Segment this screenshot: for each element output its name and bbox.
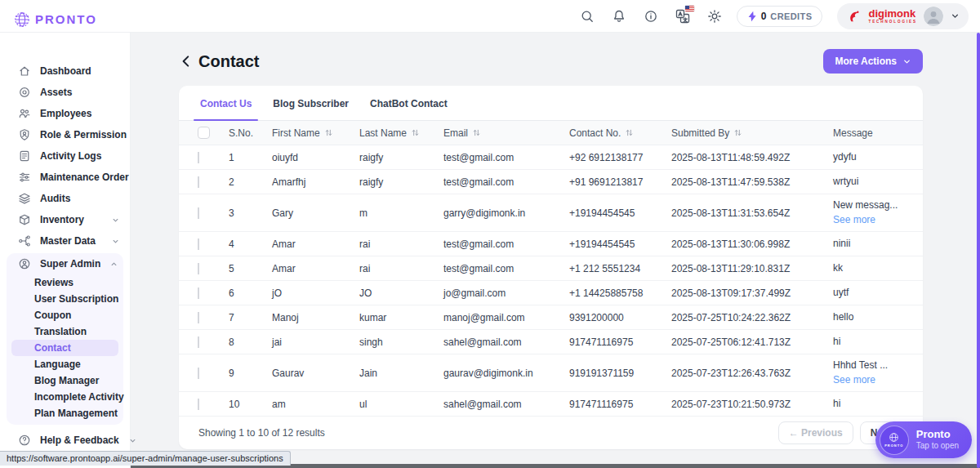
sidebar-subitem-translation[interactable]: Translation [11,323,118,340]
table-row: 7Manojkumarmanoj@gmail.com93912000002025… [179,305,923,330]
sidebar-item-dashboard[interactable]: Dashboard [0,60,130,82]
cell-first-name: Gary [265,207,352,219]
globe-logo-icon [13,11,31,29]
message-text: New messag... [833,199,923,212]
cell-email: gaurav@digimonk.in [436,368,562,379]
select-all-checkbox[interactable] [198,127,210,139]
row-checkbox[interactable] [198,263,199,274]
message-text: hi [833,336,923,348]
sidebar-subitem-plan-management[interactable]: Plan Management [11,405,118,421]
cell-message: Hhhd Test ...See more [826,359,923,386]
cell-first-name: oiuyfd [265,152,352,163]
chat-widget-title: Pronto [916,428,959,441]
sidebar-item-inventory[interactable]: Inventory [0,209,130,230]
see-more-link[interactable]: See more [833,214,923,226]
chevron-down-icon[interactable] [950,11,960,21]
row-checkbox[interactable] [198,238,199,250]
info-icon[interactable] [644,9,658,24]
row-checkbox[interactable] [198,312,199,323]
cell-sno: 6 [221,287,265,299]
row-checkbox[interactable] [198,287,199,299]
table-row: 3Garymgarry@digimonk.in+191944545452025-… [179,194,923,232]
table-row: 9GauravJaingaurav@digimonk.in91919137115… [179,354,923,392]
tab-bar: Contact UsBlog SubscriberChatBot Contact [179,86,923,121]
cell-first-name: Gaurav [265,368,352,379]
sidebar-item-label: Help & Feedback [40,435,119,446]
brand-subtitle: TECHNOLOGIES [868,20,917,25]
sort-icon[interactable] [733,128,742,137]
column-header-last-name[interactable]: Last Name [352,127,436,139]
table-row: 8jaisinghsahel@gmail.com9174711169752025… [179,330,923,354]
column-header-first-name[interactable]: First Name [265,127,352,139]
see-more-link[interactable]: See more [833,374,923,386]
back-icon[interactable] [179,54,194,69]
cell-sno: 3 [221,207,265,219]
previous-button[interactable]: ← Previous [778,421,853,444]
sidebar-subitem-user-subscription[interactable]: User Subscription [11,291,118,307]
sidebar-item-super-admin[interactable]: Super Admin [7,253,123,274]
translate-icon[interactable] [675,9,690,24]
column-header-email[interactable]: Email [436,127,562,139]
search-icon[interactable] [580,9,595,24]
sidebar-subitem-contact[interactable]: Contact [11,340,118,356]
column-header-contact-no[interactable]: Contact No. [562,127,664,139]
row-checkbox[interactable] [198,337,199,348]
sidebar-item-label: Role & Permission [40,129,127,140]
message-text: hello [833,311,923,323]
cell-first-name: Amarfhj [265,176,352,188]
digimonk-logo-icon [847,9,862,24]
row-checkbox[interactable] [198,207,199,219]
sidebar-item-audits[interactable]: Audits [0,188,130,209]
credits-pill[interactable]: 0 CREDITS [737,6,823,27]
tab-blog-subscriber[interactable]: Blog Subscriber [271,98,350,120]
tab-chatbot-contact[interactable]: ChatBot Contact [368,98,449,120]
sidebar-item-maintenance-order[interactable]: Maintenance Order [0,167,130,188]
avatar[interactable] [924,7,943,26]
notifications-icon[interactable] [612,9,626,24]
row-checkbox[interactable] [198,152,199,163]
cell-submitted-by: 2025-08-13T11:48:59.492Z [664,152,826,163]
cell-email: test@gmail.com [436,238,562,250]
sidebar-subitem-coupon[interactable]: Coupon [11,307,118,323]
cell-contact-no: +1 212 5551234 [562,263,664,274]
row-checkbox[interactable] [198,399,199,410]
theme-icon[interactable] [707,9,722,24]
sidebar-item-employees[interactable]: Employees [0,103,130,124]
app-logo[interactable]: PRONTO [13,11,97,29]
tab-contact-us[interactable]: Contact Us [198,98,253,120]
sort-icon[interactable] [625,128,634,137]
account-menu[interactable]: digimonk TECHNOLOGIES [837,3,969,29]
table-row: 10amulsahel@gmail.com9174711169752025-07… [179,392,923,417]
results-summary: Showing 1 to 10 of 12 results [198,427,325,439]
sort-icon[interactable] [411,128,420,137]
more-actions-button[interactable]: More Actions [823,49,923,74]
employees-icon [18,107,31,120]
chat-widget[interactable]: PRONTO Pronto Tap to open [875,421,972,458]
sidebar-item-master-data[interactable]: Master Data [0,230,130,252]
sidebar: DashboardAssetsEmployeesRole & Permissio… [0,33,131,468]
sidebar-item-role-permission[interactable]: Role & Permission [0,124,130,145]
chat-widget-logo: PRONTO [880,426,909,455]
cell-sno: 8 [221,337,265,348]
column-header-submitted-by[interactable]: Submitted By [664,127,826,139]
cell-message: hello [826,311,923,323]
cell-last-name: ul [352,399,436,410]
row-checkbox[interactable] [198,176,199,188]
sidebar-subitem-blog-manager[interactable]: Blog Manager [11,372,118,389]
sidebar-subitem-incomplete-activity[interactable]: Incomplete Activity [11,389,118,405]
cell-contact-no: 919191371159 [562,368,664,379]
sort-icon[interactable] [472,128,481,137]
column-label: First Name [272,127,320,139]
sidebar-item-help-feedback[interactable]: Help & Feedback [0,430,130,451]
cell-email: sahel@gmail.com [436,399,562,410]
cell-last-name: m [352,207,436,219]
cell-message: uytf [826,287,923,299]
sidebar-subitem-reviews[interactable]: Reviews [11,274,118,291]
sidebar-item-assets[interactable]: Assets [0,82,130,103]
vertical-scrollbar[interactable] [977,33,980,468]
sidebar-item-activity-logs[interactable]: Activity Logs [0,145,130,167]
row-checkbox[interactable] [198,368,199,379]
header-icon-group [580,9,722,24]
sidebar-subitem-language[interactable]: Language [11,356,118,372]
sort-icon[interactable] [324,128,333,137]
